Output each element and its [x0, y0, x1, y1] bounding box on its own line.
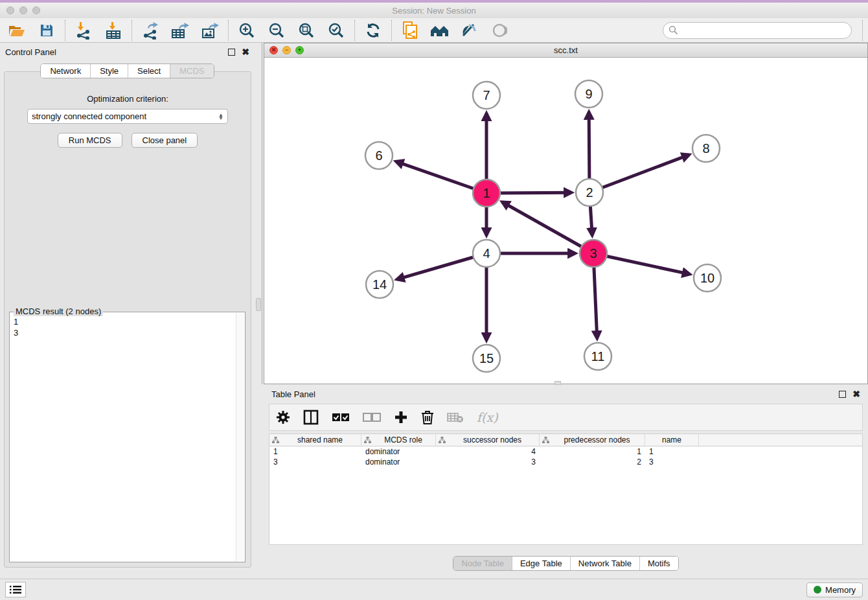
- table-cell[interactable]: dominator: [361, 457, 436, 467]
- table-cell[interactable]: 3: [269, 457, 361, 467]
- tab-motifs[interactable]: Motifs: [639, 557, 678, 570]
- tree-icon: [439, 437, 446, 444]
- graph-node-label: 7: [483, 88, 490, 102]
- table-cell[interactable]: 1: [540, 447, 645, 456]
- mcds-result-text: 1 3: [10, 312, 245, 338]
- tab-network[interactable]: Network: [41, 64, 90, 78]
- copy-network-icon[interactable]: [398, 20, 422, 41]
- tab-edge-table[interactable]: Edge Table: [512, 557, 570, 570]
- table-panel-tabs: Node Table Edge Table Network Table Moti…: [264, 556, 868, 571]
- memory-button[interactable]: Memory: [806, 583, 863, 597]
- tab-node-table[interactable]: Node Table: [453, 557, 512, 570]
- table-cell[interactable]: 1: [269, 447, 361, 456]
- table-row[interactable]: 3dominator323: [269, 457, 862, 467]
- status-bar: Memory: [0, 579, 868, 600]
- memory-status-icon: [814, 586, 821, 594]
- table-columns-icon[interactable]: [303, 410, 319, 425]
- panel-divider-grip[interactable]: [256, 298, 261, 311]
- first-neighbors-icon[interactable]: [428, 20, 451, 41]
- table-panel: Table Panel ✖: [264, 386, 868, 577]
- control-panel: Control Panel ✖ Network Style Select MCD…: [0, 43, 255, 577]
- tab-style[interactable]: Style: [90, 64, 128, 78]
- export-table-icon[interactable]: [168, 20, 192, 41]
- column-header-successor-nodes[interactable]: successor nodes: [436, 434, 540, 446]
- tree-icon: [364, 437, 371, 444]
- search-input[interactable]: [682, 25, 846, 35]
- show-all-icon[interactable]: [488, 20, 511, 41]
- graph-edge-3-10[interactable]: [593, 253, 690, 274]
- hide-selected-icon[interactable]: [458, 20, 481, 41]
- import-network-icon[interactable]: [72, 20, 95, 41]
- mcds-panel-body: Optimization criterion: strongly connect…: [4, 71, 251, 568]
- function-builder-icon[interactable]: f(x): [477, 410, 498, 424]
- titlebar: Session: New Session: [0, 3, 868, 18]
- zoom-in-icon[interactable]: [235, 20, 258, 41]
- memory-label: Memory: [825, 585, 856, 595]
- close-panel-button[interactable]: Close panel: [131, 133, 198, 148]
- table-cell[interactable]: 3: [436, 457, 540, 467]
- graph-edge-3-1[interactable]: [502, 202, 593, 253]
- graph-node-label: 9: [585, 87, 592, 101]
- column-header-mcds-role[interactable]: MCDS role: [361, 434, 436, 446]
- criterion-select[interactable]: strongly connected component ▲▼: [27, 109, 228, 124]
- graph-node-label: 2: [586, 185, 593, 200]
- tab-network-table[interactable]: Network Table: [570, 557, 639, 570]
- table-cell[interactable]: 3: [645, 457, 699, 467]
- column-header-name[interactable]: name: [645, 434, 699, 446]
- close-panel-icon[interactable]: ✖: [242, 47, 249, 56]
- toolbar-separator: [354, 20, 355, 41]
- criterion-value: strongly connected component: [32, 111, 146, 121]
- mcds-result-title: MCDS result (2 nodes): [14, 306, 103, 316]
- delete-table-icon[interactable]: [447, 411, 464, 424]
- toolbar-separator: [65, 20, 65, 41]
- network-graph-canvas[interactable]: 7968124314101511: [264, 58, 867, 384]
- network-window-titlebar: ✕ − + scc.txt: [264, 43, 867, 58]
- add-row-icon[interactable]: [394, 410, 408, 424]
- control-panel-title: Control Panel: [5, 47, 56, 57]
- close-table-panel-icon[interactable]: ✖: [852, 389, 860, 398]
- table-cell[interactable]: 1: [645, 447, 699, 456]
- toolbar-separator: [862, 20, 863, 41]
- column-header-shared-name[interactable]: shared name: [269, 434, 361, 446]
- zoom-selected-icon[interactable]: [325, 20, 348, 41]
- save-session-icon[interactable]: [35, 20, 58, 41]
- result-scrollbar[interactable]: [236, 313, 244, 561]
- export-image-icon[interactable]: [198, 20, 222, 41]
- graph-node-label: 11: [591, 349, 605, 363]
- tab-select[interactable]: Select: [128, 64, 170, 78]
- result-line: 1: [14, 316, 242, 327]
- table-settings-icon[interactable]: [276, 410, 290, 424]
- deselect-all-icon[interactable]: [363, 412, 381, 422]
- select-stepper-icon: ▲▼: [218, 113, 223, 120]
- zoom-out-icon[interactable]: [265, 20, 288, 41]
- task-history-button[interactable]: [5, 582, 26, 597]
- panel-divider: [262, 43, 262, 384]
- run-mcds-button[interactable]: Run MCDS: [58, 133, 122, 148]
- network-view-window: ✕ − + scc.txt 7968124314101511: [264, 43, 868, 384]
- float-table-panel-icon[interactable]: [839, 391, 846, 398]
- optimization-criterion-label: Optimization criterion:: [5, 94, 251, 104]
- list-icon: [10, 585, 21, 594]
- table-cell[interactable]: 2: [540, 457, 645, 467]
- window-title: Session: New Session: [0, 6, 868, 16]
- table-row[interactable]: 1dominator411: [269, 446, 862, 457]
- table-cell[interactable]: 4: [436, 447, 540, 456]
- zoom-fit-icon[interactable]: [295, 20, 318, 41]
- table-panel-header: Table Panel ✖: [264, 386, 868, 402]
- import-table-icon[interactable]: [102, 20, 125, 41]
- tab-mcds[interactable]: MCDS: [170, 64, 213, 78]
- float-panel-icon[interactable]: [228, 49, 235, 56]
- refresh-icon[interactable]: [361, 20, 385, 41]
- export-network-icon[interactable]: [139, 20, 162, 41]
- column-header-predecessor-nodes[interactable]: predecessor nodes: [540, 434, 645, 446]
- open-file-icon[interactable]: [5, 20, 29, 41]
- horizontal-divider-grip[interactable]: [554, 381, 561, 385]
- search-field[interactable]: [663, 22, 852, 39]
- graph-node-label: 8: [702, 141, 709, 156]
- graph-edge-2-8[interactable]: [589, 155, 689, 192]
- main-toolbar: [0, 18, 868, 43]
- select-all-icon[interactable]: [332, 412, 350, 422]
- delete-row-icon[interactable]: [421, 410, 434, 425]
- table-cell[interactable]: dominator: [361, 447, 436, 456]
- network-window-title: scc.txt: [264, 45, 867, 55]
